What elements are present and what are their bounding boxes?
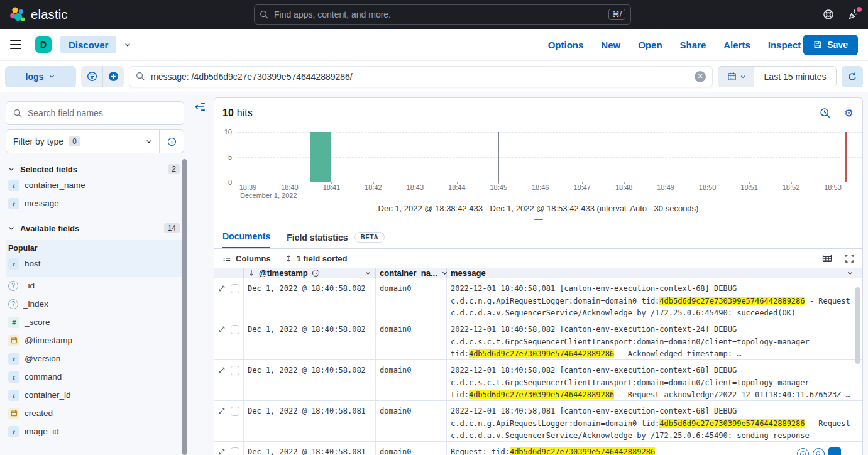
- container-name-cell[interactable]: domain0: [376, 319, 447, 359]
- text-field-icon: t: [8, 258, 19, 270]
- expand-document-icon[interactable]: [218, 285, 226, 292]
- display-options-table-icon[interactable]: [822, 253, 832, 263]
- histogram-plot[interactable]: [236, 132, 862, 182]
- field-name: container_name: [25, 180, 85, 190]
- selected-fields-header[interactable]: Selected fields 2: [6, 162, 184, 176]
- chevron-down-icon[interactable]: [124, 41, 131, 48]
- newsfeed-icon[interactable]: [848, 9, 859, 20]
- field-item-@version[interactable]: t@version: [6, 349, 184, 368]
- cell-hover-actions: [797, 447, 841, 455]
- nav-link-alerts[interactable]: Alerts: [723, 40, 750, 50]
- cell-magnify-icon[interactable]: [813, 448, 825, 455]
- row-controls: [214, 401, 244, 441]
- tab-documents[interactable]: Documents: [222, 231, 270, 248]
- search-icon: [260, 10, 269, 19]
- chevron-down-icon[interactable]: [847, 270, 854, 277]
- field-item-image_id[interactable]: timage_id: [6, 422, 184, 441]
- field-item-_index[interactable]: ?_index: [6, 295, 184, 313]
- document-row[interactable]: Dec 1, 2022 @ 18:40:58.081domain02022-12…: [214, 401, 862, 442]
- chevron-down-icon[interactable]: [365, 270, 371, 277]
- grid-header-message[interactable]: message: [447, 268, 862, 278]
- major-gridline: [498, 132, 499, 182]
- row-checkbox[interactable]: [231, 447, 239, 455]
- nav-link-new[interactable]: New: [601, 40, 620, 50]
- field-item-container_name[interactable]: tcontainer_name: [6, 176, 184, 194]
- refresh-button[interactable]: [842, 66, 863, 87]
- nav-link-share[interactable]: Share: [680, 40, 706, 50]
- add-filter-icon[interactable]: [102, 66, 124, 87]
- breadcrumb[interactable]: Discover: [60, 36, 116, 53]
- field-item-command[interactable]: tcommand: [6, 368, 184, 386]
- message-cell[interactable]: 2022-12-01 18:40:58,082 [canton-env-exec…: [447, 319, 862, 359]
- timestamp-cell[interactable]: Dec 1, 2022 @ 18:40:58.081: [244, 442, 376, 455]
- nav-link-open[interactable]: Open: [638, 40, 662, 50]
- timestamp-cell[interactable]: Dec 1, 2022 @ 18:40:58.081: [244, 401, 376, 441]
- field-item-@timestamp[interactable]: @timestamp: [6, 331, 184, 349]
- document-row[interactable]: Dec 1, 2022 @ 18:40:58.082domain02022-12…: [214, 360, 862, 401]
- document-row[interactable]: Dec 1, 2022 @ 18:40:58.081domain0Request…: [214, 442, 862, 455]
- collapse-sidebar-icon[interactable]: [194, 101, 206, 112]
- expand-document-icon[interactable]: [218, 448, 226, 455]
- expand-document-icon[interactable]: [218, 407, 226, 415]
- expand-document-icon[interactable]: [218, 366, 226, 374]
- info-icon[interactable]: [160, 137, 184, 146]
- container-name-cell[interactable]: domain0: [376, 360, 447, 400]
- chart-resize-handle[interactable]: [214, 214, 862, 222]
- unknown-field-icon: ?: [8, 299, 18, 309]
- tab-field-statistics[interactable]: Field statistics BETA: [287, 232, 385, 248]
- clear-query-icon[interactable]: ✕: [695, 71, 706, 82]
- query-input[interactable]: message: /4db5d6d9c27e730399e57464428892…: [129, 66, 713, 87]
- message-cell[interactable]: 2022-12-01 18:40:58,081 [canton-env-exec…: [447, 278, 862, 319]
- container-name-cell[interactable]: domain0: [376, 401, 447, 441]
- grid-header-timestamp[interactable]: @timestamp: [244, 268, 376, 278]
- field-item-host[interactable]: thost: [6, 255, 184, 273]
- nav-link-inspect[interactable]: Inspect: [768, 40, 801, 50]
- saved-query-icon[interactable]: [81, 66, 102, 87]
- fullscreen-icon[interactable]: [845, 254, 854, 263]
- row-checkbox[interactable]: [231, 407, 239, 416]
- help-icon[interactable]: [823, 9, 834, 20]
- row-checkbox[interactable]: [231, 366, 239, 375]
- message-cell[interactable]: 2022-12-01 18:40:58,082 [canton-env-exec…: [447, 360, 862, 400]
- field-item-_score[interactable]: #_score: [6, 313, 184, 331]
- field-item-message[interactable]: tmessage: [6, 194, 184, 212]
- field-search-input[interactable]: Search field names: [6, 101, 184, 125]
- calendar-icon[interactable]: [718, 67, 754, 87]
- elastic-brand[interactable]: elastic: [9, 6, 68, 23]
- container-name-cell[interactable]: domain0: [376, 278, 447, 319]
- document-row[interactable]: Dec 1, 2022 @ 18:40:58.082domain02022-12…: [214, 319, 862, 360]
- field-item-_id[interactable]: ?_id: [6, 277, 184, 295]
- grid-scrollbar[interactable]: [855, 287, 860, 454]
- save-button[interactable]: Save: [803, 35, 858, 55]
- cell-primary-action-icon[interactable]: [828, 447, 841, 455]
- sort-fields-button[interactable]: 1 field sorted: [285, 254, 348, 263]
- document-row[interactable]: Dec 1, 2022 @ 18:40:58.082domain02022-12…: [214, 278, 862, 319]
- filter-by-type-dropdown[interactable]: Filter by type 0: [6, 129, 184, 153]
- timestamp-cell[interactable]: Dec 1, 2022 @ 18:40:58.082: [244, 360, 376, 400]
- field-item-container_id[interactable]: tcontainer_id: [6, 386, 184, 404]
- data-view-selector[interactable]: logs: [5, 66, 76, 87]
- available-fields-header[interactable]: Available fields 14: [6, 221, 184, 235]
- timestamp-cell[interactable]: Dec 1, 2022 @ 18:40:58.082: [244, 319, 376, 359]
- message-cell[interactable]: 2022-12-01 18:40:58,081 [canton-env-exec…: [447, 401, 862, 441]
- global-search-input[interactable]: Find apps, content, and more. ⌘/: [254, 4, 631, 25]
- nav-link-options[interactable]: Options: [548, 40, 584, 50]
- search-highlight: 4db5d6d9c27e730399e5746442889286: [659, 297, 805, 305]
- chart-options-gear-icon[interactable]: ⚙: [844, 108, 854, 119]
- time-range-label[interactable]: Last 15 minutes: [754, 67, 836, 87]
- sidebar-scrollbar[interactable]: [182, 159, 187, 455]
- expand-document-icon[interactable]: [218, 326, 226, 333]
- row-checkbox[interactable]: [231, 284, 239, 293]
- space-avatar[interactable]: D: [35, 36, 52, 53]
- cell-filter-clock-icon[interactable]: [797, 448, 809, 455]
- row-checkbox[interactable]: [231, 325, 239, 334]
- columns-button[interactable]: Columns: [222, 254, 271, 263]
- container-name-cell[interactable]: domain0: [376, 442, 447, 455]
- search-sessions-icon[interactable]: [820, 107, 831, 119]
- field-item-created[interactable]: created: [6, 404, 184, 422]
- timestamp-cell[interactable]: Dec 1, 2022 @ 18:40:58.082: [244, 278, 376, 319]
- grid-header-container-name[interactable]: container_na...: [376, 268, 447, 278]
- field-name: _index: [23, 299, 48, 309]
- menu-icon[interactable]: [10, 40, 21, 49]
- histogram-bar[interactable]: [310, 132, 331, 182]
